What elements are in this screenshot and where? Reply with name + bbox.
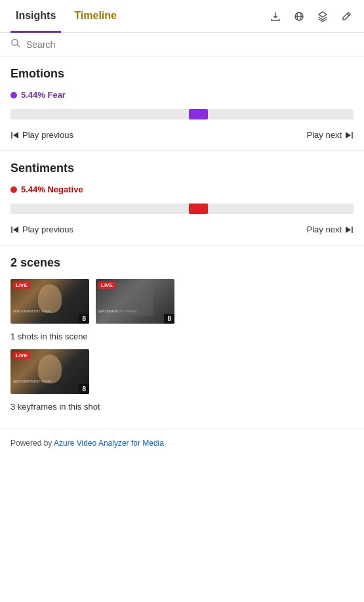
tab-insights[interactable]: Insights (10, 1, 61, 33)
footer-prefix: Powered by (10, 439, 54, 448)
emotions-play-next-button[interactable]: Play next (307, 130, 354, 140)
sentiments-play-next-icon (344, 225, 354, 234)
emotions-play-previous-button[interactable]: Play previous (10, 130, 73, 140)
sentiments-dot (10, 186, 17, 193)
scenes-title: 2 scenes (10, 256, 354, 270)
sentiments-title: Sentiments (10, 161, 354, 175)
play-previous-icon (10, 131, 20, 140)
tab-timeline[interactable]: Timeline (69, 1, 122, 33)
emotions-dot (10, 92, 17, 98)
crowd-silhouette (117, 283, 153, 316)
sentiments-play-controls: Play previous Play next (10, 221, 354, 245)
scene-thumbnail-2[interactable]: LIVE WATERFRONT PARK 8 (96, 279, 174, 324)
face-1 (38, 284, 62, 313)
sentiments-bar-segment (189, 204, 208, 214)
emotions-bar-container (10, 109, 354, 119)
shot-thumbnails-row: LIVE WATERFRONT PARK 8 (10, 349, 354, 394)
live-badge-1: LIVE (13, 282, 30, 289)
footer-link[interactable]: Azure Video Analyzer for Media (54, 439, 164, 448)
tab-insights-label: Insights (16, 10, 56, 22)
play-next-icon (344, 131, 354, 140)
svg-point-4 (12, 39, 18, 45)
emotions-play-controls: Play previous Play next (10, 126, 354, 150)
channel-badge-1: 8 (79, 314, 89, 324)
sentiments-section: Sentiments 5.44% Negative Play previous … (0, 151, 364, 246)
scene-thumbnail-1[interactable]: LIVE WATERFRONT PARK 8 (10, 279, 89, 324)
layers-icon[interactable] (315, 9, 330, 24)
svg-marker-11 (13, 226, 18, 233)
search-bar (0, 33, 364, 56)
svg-marker-9 (346, 132, 351, 139)
emotions-section: Emotions 5.44% Fear Play previous Play n… (0, 56, 364, 151)
toolbar (268, 9, 354, 24)
footer: Powered by Azure Video Analyzer for Medi… (0, 429, 364, 457)
svg-marker-13 (346, 226, 351, 233)
tabs-bar: Insights Timeline (0, 0, 364, 33)
svg-line-5 (17, 45, 20, 47)
search-icon (10, 38, 21, 51)
edit-icon[interactable] (339, 9, 354, 24)
shot-live-badge: LIVE (13, 352, 30, 359)
sentiments-play-previous-button[interactable]: Play previous (10, 225, 73, 234)
emotions-play-next-label: Play next (307, 130, 342, 140)
download-icon[interactable] (268, 9, 283, 24)
shot-face (38, 355, 62, 383)
sentiments-play-previous-icon (10, 225, 20, 234)
emotions-label-row: 5.44% Fear (10, 90, 354, 100)
keyframes-label: 3 keyframes in this shot (10, 402, 354, 412)
channel-badge-2: 8 (164, 314, 174, 324)
live-badge-2: LIVE (98, 282, 115, 289)
sentiments-play-previous-label: Play previous (22, 225, 73, 234)
emotions-value-label: 5.44% Fear (21, 90, 66, 100)
shot-channel-badge: 8 (79, 384, 89, 394)
sentiments-value-label: 5.44% Negative (21, 184, 83, 194)
scenes-section: 2 scenes LIVE WATERFRONT PARK 8 LIVE WAT… (0, 246, 364, 429)
sentiments-bar-container (10, 204, 354, 214)
shots-in-scene-label: 1 shots in this scene (10, 332, 354, 341)
tab-timeline-label: Timeline (74, 10, 117, 22)
emotions-play-previous-label: Play previous (22, 130, 73, 140)
sentiments-label-row: 5.44% Negative (10, 184, 354, 194)
search-input[interactable] (26, 39, 354, 50)
emotions-bar-segment (189, 109, 208, 119)
sentiments-play-next-button[interactable]: Play next (307, 225, 354, 234)
shot-thumbnail-1[interactable]: LIVE WATERFRONT PARK 8 (10, 349, 89, 394)
svg-line-3 (347, 14, 349, 16)
svg-marker-7 (13, 132, 18, 139)
globe-icon[interactable] (292, 9, 306, 24)
sentiments-play-next-label: Play next (307, 225, 342, 234)
emotions-title: Emotions (10, 67, 354, 81)
scene-thumbnails-row: LIVE WATERFRONT PARK 8 LIVE WATERFRONT P… (10, 279, 354, 324)
